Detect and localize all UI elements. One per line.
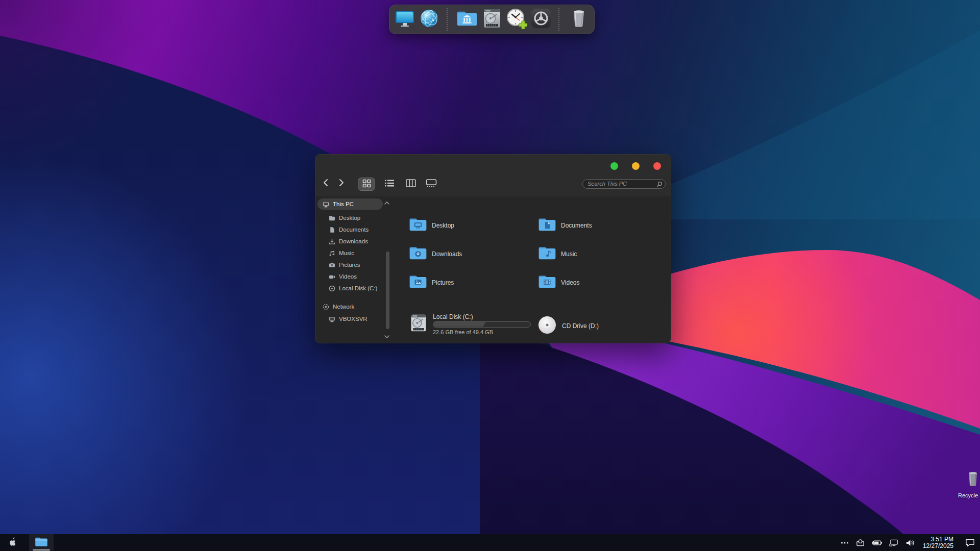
coverflow-view-icon: [426, 179, 437, 189]
sidebar-item-videos[interactable]: Videos: [317, 271, 383, 282]
computer-icon: [329, 316, 335, 322]
dock: [389, 5, 595, 34]
recycle-bin[interactable]: Recycle Bin: [952, 468, 980, 498]
sidebar: This PC Desktop Documents: [315, 196, 392, 343]
drive-info: Local Disk (C:) 22.6 GB free of 49.4 GB: [433, 313, 531, 335]
sidebar-item-network[interactable]: Network: [317, 301, 383, 312]
scroll-down-button[interactable]: [384, 332, 390, 341]
hard-drive-icon: [481, 8, 503, 31]
folder-icon: [329, 215, 335, 221]
view-grid-button[interactable]: [358, 178, 375, 191]
dock-settings[interactable]: [530, 8, 552, 31]
folder-icon: [538, 246, 556, 262]
folder-tile-documents[interactable]: Documents: [538, 217, 592, 234]
taskbar-file-explorer[interactable]: [29, 534, 54, 551]
folder-icon: [409, 246, 427, 262]
drive-label: CD Drive (D:): [562, 322, 599, 330]
start-button[interactable]: [6, 536, 19, 549]
titlebar: [315, 155, 671, 174]
folder-label: Pictures: [432, 279, 454, 286]
sidebar-item-label: Documents: [339, 227, 369, 233]
cd-icon: [537, 315, 557, 337]
network-icon: [323, 304, 329, 310]
recycle-bin-icon: [965, 482, 980, 490]
folder-label: Music: [561, 251, 577, 258]
volume-icon[interactable]: [905, 539, 915, 547]
taskbar-clock[interactable]: 3:51 PM 12/27/2025: [922, 536, 954, 549]
minimize-button[interactable]: [632, 162, 640, 170]
sidebar-item-desktop[interactable]: Desktop: [317, 212, 383, 223]
folder-tile-pictures[interactable]: Pictures: [409, 274, 454, 291]
grid-view-icon: [362, 179, 371, 190]
sidebar-item-label: This PC: [333, 201, 354, 207]
desktop: This PC Desktop Documents: [0, 0, 980, 551]
drive-label: Local Disk (C:): [433, 313, 531, 320]
sidebar-item-label: Local Disk (C:): [339, 285, 377, 291]
sidebar-item-label: Music: [339, 250, 354, 256]
view-coverflow-button[interactable]: [423, 178, 440, 191]
scroll-up-button[interactable]: [384, 198, 390, 208]
camera-icon: [329, 262, 335, 268]
sidebar-scrollbar-thumb[interactable]: [386, 252, 389, 329]
back-button[interactable]: [320, 177, 332, 190]
sidebar-item-pictures[interactable]: Pictures: [317, 259, 383, 270]
folder-label: Desktop: [432, 222, 454, 229]
folder-icon: [409, 274, 427, 291]
disk-usage-fill: [433, 322, 486, 327]
dock-trash[interactable]: [568, 8, 590, 31]
search-icon: [656, 180, 663, 189]
sidebar-item-label: Network: [333, 304, 354, 310]
this-pc-icon: [394, 8, 415, 31]
clock-time: 3:51 PM: [923, 536, 953, 543]
hard-drive-icon: [409, 313, 428, 335]
network-globe-icon: [419, 8, 440, 31]
dock-network[interactable]: [418, 8, 440, 31]
close-button[interactable]: [653, 162, 661, 170]
action-center-icon[interactable]: [965, 538, 975, 547]
folder-icon: [538, 274, 556, 291]
dock-this-pc[interactable]: [394, 8, 416, 31]
sidebar-item-vboxsvr[interactable]: VBOXSVR: [317, 313, 383, 324]
music-icon: [329, 250, 335, 257]
list-view-icon: [384, 179, 395, 189]
folder-tile-downloads[interactable]: Downloads: [409, 246, 462, 262]
folder-tile-videos[interactable]: Videos: [538, 274, 579, 291]
sidebar-item-this-pc[interactable]: This PC: [317, 198, 383, 210]
dock-clock[interactable]: [505, 8, 528, 31]
dock-separator: [447, 8, 452, 31]
chevron-right-icon: [338, 179, 345, 189]
sidebar-item-local-disk[interactable]: Local Disk (C:): [317, 283, 383, 294]
chevron-left-icon: [323, 179, 329, 189]
forward-button[interactable]: [335, 177, 348, 190]
search-input[interactable]: [582, 179, 666, 189]
taskbar: 3:51 PM 12/27/2025: [0, 534, 980, 551]
folder-tile-desktop[interactable]: Desktop: [409, 217, 454, 234]
drive-tile-cd[interactable]: CD Drive (D:): [537, 315, 599, 337]
trash-icon: [568, 8, 590, 31]
sidebar-item-documents[interactable]: Documents: [317, 224, 383, 235]
recycle-bin-label: Recycle Bin: [952, 492, 980, 498]
view-columns-button[interactable]: [402, 178, 420, 191]
apple-logo-icon: [8, 537, 17, 549]
clock-add-icon: [506, 8, 527, 31]
battery-icon[interactable]: [872, 539, 883, 546]
sidebar-item-downloads[interactable]: Downloads: [317, 236, 383, 247]
network-tray-icon[interactable]: [889, 539, 899, 547]
explorer-window: This PC Desktop Documents: [315, 154, 671, 343]
sidebar-item-label: Videos: [339, 273, 357, 280]
dock-hard-drive[interactable]: [480, 8, 503, 31]
clock-date: 12/27/2025: [923, 543, 953, 549]
dock-library-folder[interactable]: [456, 8, 478, 31]
sidebar-item-music[interactable]: Music: [317, 247, 383, 259]
maximize-button[interactable]: [610, 162, 618, 170]
drive-tile-local-disk[interactable]: Local Disk (C:) 22.6 GB free of 49.4 GB: [409, 313, 531, 335]
tray-overflow-button[interactable]: [841, 541, 849, 544]
document-icon: [329, 227, 335, 233]
search-field: [582, 179, 666, 188]
folder-tile-music[interactable]: Music: [538, 246, 577, 262]
view-list-button[interactable]: [381, 178, 398, 191]
sidebar-item-label: VBOXSVR: [339, 316, 368, 322]
sidebar-item-label: Downloads: [339, 238, 368, 244]
library-folder-icon: [456, 8, 478, 31]
vm-tray-icon[interactable]: [855, 538, 865, 547]
